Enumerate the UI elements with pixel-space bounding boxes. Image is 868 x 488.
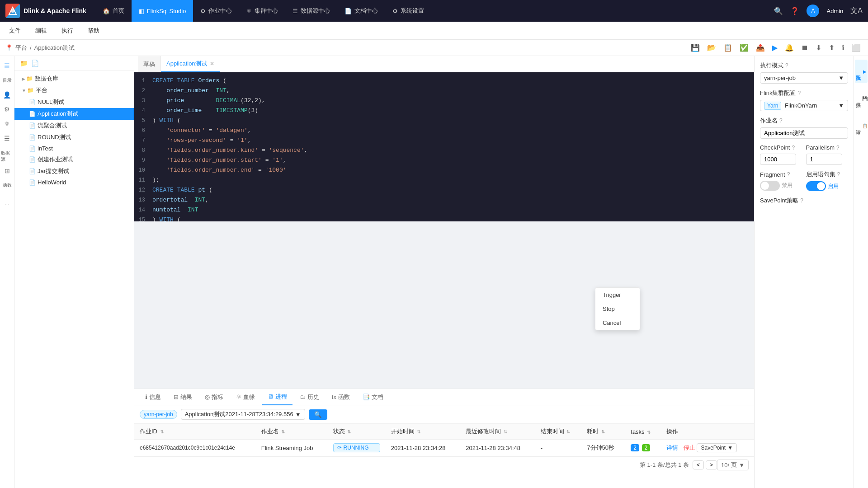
sort-end-icon[interactable]: ⇅ <box>566 429 570 434</box>
dropdown-trigger[interactable]: Trigger <box>595 288 640 302</box>
sort-start-icon[interactable]: ⇅ <box>417 429 420 434</box>
right-sidebar-audit[interactable]: 📋 审计 <box>855 114 868 137</box>
fragment-toggle[interactable] <box>760 181 780 191</box>
search-button[interactable]: 🔍 <box>309 409 327 420</box>
translate-icon[interactable]: 文A <box>850 6 863 16</box>
breadcrumb-platform[interactable]: 平台 <box>15 44 27 52</box>
sort-tasks-icon[interactable]: ⇅ <box>647 430 651 435</box>
nav-settings[interactable]: ⚙ 系统设置 <box>385 0 431 22</box>
tab-lineage[interactable]: ⚛ 血缘 <box>231 389 260 405</box>
exec-mode-help-icon[interactable]: ? <box>785 62 788 69</box>
tree-item-flow[interactable]: 📄 流聚合测试 <box>14 120 134 131</box>
sort-name-icon[interactable]: ⇅ <box>281 429 285 434</box>
sidebar-icon-8[interactable]: ⊞ <box>1 164 14 177</box>
tab-result[interactable]: ⊞ 结果 <box>168 389 198 405</box>
sidebar-list-icon[interactable]: ☰ <box>1 60 14 72</box>
savepoint-help-icon[interactable]: ? <box>800 197 803 204</box>
dropdown-cancel[interactable]: Cancel <box>595 316 640 330</box>
check-icon[interactable]: ✅ <box>738 42 750 53</box>
flink-cluster-help-icon[interactable]: ? <box>797 90 801 96</box>
nav-jobs[interactable]: ⚙ 作业中心 <box>193 0 239 22</box>
sort-id-icon[interactable]: ⇅ <box>160 429 164 434</box>
tree-item-app[interactable]: 📄 Application测试 <box>14 108 134 120</box>
download-icon[interactable]: ⬇ <box>814 42 823 53</box>
expand-icon[interactable]: ⬜ <box>850 42 863 53</box>
tab-history[interactable]: 🗂 历史 <box>294 389 325 405</box>
tree-item-create[interactable]: 📄 创建作业测试 <box>14 154 134 165</box>
open-icon[interactable]: 📂 <box>705 42 718 53</box>
flink-cluster-select[interactable]: Yarn FlinkOnYarn ▼ <box>760 100 848 111</box>
page-nav: < > <box>693 460 717 469</box>
dropdown-stop[interactable]: Stop <box>595 302 640 316</box>
nav-docs[interactable]: 📄 文档中心 <box>337 0 385 22</box>
submit-icon[interactable]: 📤 <box>754 42 767 53</box>
menu-help[interactable]: 帮助 <box>86 22 101 40</box>
menu-edit[interactable]: 编辑 <box>33 22 49 40</box>
tab-app-test[interactable]: Application测试 ✕ <box>161 56 220 72</box>
job-name-help-icon[interactable]: ? <box>779 117 783 124</box>
tab-docs[interactable]: 📑 文档 <box>357 389 389 405</box>
tree-item-hello[interactable]: 📄 HelloWorld <box>14 177 134 188</box>
exec-mode-select[interactable]: yarn-per-job ▼ <box>760 72 848 84</box>
parallelism-help-icon[interactable]: ? <box>836 145 840 151</box>
run-icon[interactable]: ▶ <box>770 42 779 53</box>
sidebar-icon-6[interactable]: ☰ <box>1 132 14 145</box>
menu-file[interactable]: 文件 <box>7 22 23 40</box>
save-icon[interactable]: 💾 <box>689 42 702 53</box>
sidebar-icon-3[interactable]: 👤 <box>1 89 14 101</box>
stmt-set-help-icon[interactable]: ? <box>837 171 840 178</box>
tab-close-icon[interactable]: ✕ <box>210 61 214 67</box>
sidebar-icon-7[interactable]: 数据源 <box>1 150 14 163</box>
nav-flinksql[interactable]: ◧ FlinkSql Studio <box>132 0 193 22</box>
sidebar-icon-5[interactable]: ⚛ <box>1 117 14 130</box>
checkpoint-help-icon[interactable]: ? <box>792 145 795 151</box>
new-file-icon[interactable]: 📋 <box>722 42 734 53</box>
nav-home[interactable]: 🏠 首页 <box>95 0 132 22</box>
sidebar-icon-10[interactable]: ... <box>1 197 14 210</box>
tree-item-platform[interactable]: ▼ 📁 平台 <box>14 84 134 96</box>
page-size-select[interactable]: 10/ 页 ▼ <box>717 460 749 470</box>
job-name-input[interactable] <box>760 127 848 139</box>
tree-item-null[interactable]: 📄 NULL测试 <box>14 96 134 108</box>
sort-duration-icon[interactable]: ⇅ <box>601 429 605 434</box>
tree-item-round[interactable]: 📄 ROUND测试 <box>14 131 134 143</box>
checkpoint-input[interactable] <box>760 154 796 165</box>
right-sidebar-save[interactable]: 💾 保存点 <box>855 87 868 110</box>
sidebar-icon-4[interactable]: ⚙ <box>1 103 14 116</box>
code-editor[interactable]: 1 CREATE TABLE Orders ( 2 order_number I… <box>134 72 754 221</box>
bell-icon[interactable]: 🔔 <box>783 42 796 53</box>
detail-link[interactable]: 详情 <box>666 444 678 451</box>
nav-cluster[interactable]: ⚛ 集群中心 <box>239 0 285 22</box>
tab-metrics[interactable]: ◎ 指标 <box>199 389 229 405</box>
sidebar-icon-9[interactable]: 函数 <box>1 179 14 192</box>
stop-link[interactable]: 停止 <box>684 444 695 451</box>
parallelism-input[interactable] <box>806 154 842 165</box>
new-file-tree-icon[interactable]: 📄 <box>31 60 39 67</box>
sort-modify-icon[interactable]: ⇅ <box>504 429 507 434</box>
savepoint-button[interactable]: SavePoint ▼ <box>697 443 737 452</box>
help-icon[interactable]: ❓ <box>790 7 799 15</box>
tab-draft[interactable]: 草稿 <box>138 56 161 72</box>
tab-info[interactable]: ℹ 信息 <box>140 389 166 405</box>
new-folder-icon[interactable]: 📁 <box>20 60 28 67</box>
sidebar-icon-2[interactable]: 目录 <box>1 74 14 87</box>
search-icon[interactable]: 🔍 <box>774 7 783 15</box>
tab-functions[interactable]: fx 函数 <box>326 389 355 405</box>
stmt-set-toggle[interactable] <box>806 181 826 191</box>
code-line-14: 14 numtotal INT <box>134 205 754 215</box>
stop-icon[interactable]: ⏹ <box>799 43 810 53</box>
next-page-btn[interactable]: > <box>706 460 717 469</box>
prev-page-btn[interactable]: < <box>693 460 704 469</box>
info-bc-icon[interactable]: ℹ <box>840 42 846 53</box>
right-sidebar-exec[interactable]: ▶ 执行配置 <box>855 60 868 83</box>
menu-execute[interactable]: 执行 <box>60 22 75 40</box>
sort-status-icon[interactable]: ⇅ <box>347 429 351 434</box>
tab-progress[interactable]: 🖥 进程 <box>262 389 292 405</box>
nav-datasource[interactable]: ☰ 数据源中心 <box>285 0 337 22</box>
fragment-help-icon[interactable]: ? <box>787 171 790 178</box>
tree-item-warehouse[interactable]: ▶ 📁 数据仓库 <box>14 73 134 84</box>
tree-item-intest[interactable]: 📄 inTest <box>14 143 134 154</box>
tree-item-jar[interactable]: 📄 Jar提交测试 <box>14 165 134 177</box>
filter-select[interactable]: Application测试2021-11-28T23:34:29.556 ▼ <box>181 409 305 420</box>
upload-icon[interactable]: ⬆ <box>827 42 836 53</box>
